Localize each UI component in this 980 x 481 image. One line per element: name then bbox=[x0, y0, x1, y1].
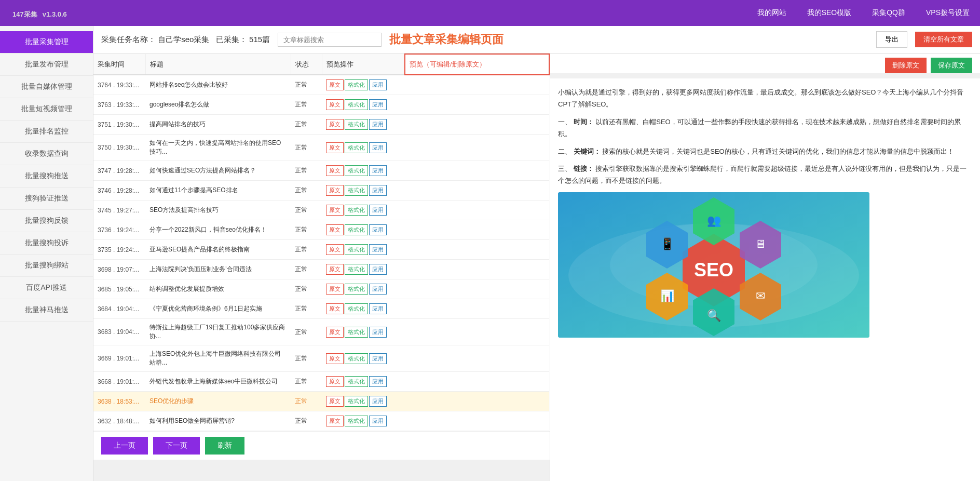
prev-page-button[interactable]: 上一页 bbox=[101, 437, 148, 455]
page-heading: 批量文章采集编辑页面 bbox=[389, 32, 503, 47]
btn-yuanwen-7[interactable]: 原文 bbox=[326, 224, 344, 235]
nav-my-site[interactable]: 我的网站 bbox=[757, 8, 786, 18]
cell-time: 3684 . 19:04:... bbox=[93, 299, 145, 319]
table-row: 3698 . 19:07:... 上海法院判决'负面压制业务'合同违法 正常 原… bbox=[93, 260, 549, 279]
sidebar-item-rank-monitor[interactable]: 批量排名监控 bbox=[0, 121, 93, 143]
top-nav-links: 我的网站 我的SEO模版 采集QQ群 VPS拨号设置 bbox=[757, 8, 970, 18]
btn-yuanwen-0[interactable]: 原文 bbox=[326, 79, 344, 90]
cell-time: 3736 . 19:24:... bbox=[93, 220, 145, 240]
btn-yuanwen-2[interactable]: 原文 bbox=[326, 119, 344, 130]
btn-yingyong-5[interactable]: 应用 bbox=[369, 185, 387, 196]
cell-title: 特斯拉上海超级工厂19日复工推动100多家供应商协... bbox=[145, 319, 291, 345]
sidebar-item-shenma-push[interactable]: 批量神马推送 bbox=[0, 299, 93, 322]
cell-preview bbox=[405, 240, 549, 260]
cell-actions: 原文 格式化 应用 bbox=[322, 319, 405, 345]
btn-geshihua-10[interactable]: 格式化 bbox=[345, 284, 368, 295]
btn-geshihua-14[interactable]: 格式化 bbox=[345, 376, 368, 387]
btn-yuanwen-11[interactable]: 原文 bbox=[326, 303, 344, 314]
btn-yingyong-12[interactable]: 应用 bbox=[369, 327, 387, 338]
btn-yingyong-1[interactable]: 应用 bbox=[369, 99, 387, 110]
sidebar-item-sogou-bind[interactable]: 批量搜狗绑站 bbox=[0, 255, 93, 277]
btn-geshihua-16[interactable]: 格式化 bbox=[345, 416, 368, 426]
cell-preview bbox=[405, 135, 549, 161]
btn-geshihua-0[interactable]: 格式化 bbox=[345, 79, 368, 90]
sidebar-item-baidu-api[interactable]: 百度API推送 bbox=[0, 277, 93, 299]
table-row: 3746 . 19:28:... 如何通过11个步骤提高SEO排名 正常 原文 … bbox=[93, 181, 549, 201]
export-button[interactable]: 导出 bbox=[876, 31, 907, 48]
btn-yuanwen-15[interactable]: 原文 bbox=[326, 396, 344, 407]
btn-yuanwen-8[interactable]: 原文 bbox=[326, 244, 344, 255]
cell-title: 如何通过11个步骤提高SEO排名 bbox=[145, 181, 291, 201]
btn-yuanwen-14[interactable]: 原文 bbox=[326, 376, 344, 387]
cell-preview bbox=[405, 260, 549, 279]
btn-geshihua-1[interactable]: 格式化 bbox=[345, 99, 368, 110]
cell-actions: 原文 格式化 应用 bbox=[322, 220, 405, 240]
btn-yuanwen-6[interactable]: 原文 bbox=[326, 205, 344, 216]
col-header-status: 状态 bbox=[291, 54, 322, 75]
cell-title: 网站排名seo怎么做会比较好 bbox=[145, 75, 291, 95]
cell-time: 3668 . 19:01:... bbox=[93, 372, 145, 392]
nav-qq-group[interactable]: 采集QQ群 bbox=[872, 8, 905, 18]
btn-yingyong-15[interactable]: 应用 bbox=[369, 396, 387, 407]
table-row: 3638 . 18:53:... SEO优化的步骤 正常 原文 格式化 应用 bbox=[93, 392, 549, 411]
sidebar-item-sogou-feedback[interactable]: 批量搜狗反馈 bbox=[0, 210, 93, 232]
btn-yingyong-4[interactable]: 应用 bbox=[369, 165, 387, 176]
sidebar-item-collect[interactable]: 批量采集管理 bbox=[0, 31, 93, 54]
btn-yuanwen-9[interactable]: 原文 bbox=[326, 264, 344, 275]
sidebar-item-sogou-push[interactable]: 批量搜狗推送 bbox=[0, 165, 93, 188]
btn-yuanwen-16[interactable]: 原文 bbox=[326, 416, 344, 426]
btn-yingyong-9[interactable]: 应用 bbox=[369, 264, 387, 275]
cell-status: 正常 bbox=[291, 75, 322, 95]
btn-yuanwen-12[interactable]: 原文 bbox=[326, 327, 344, 338]
cell-title: 亚马逊SEO提高产品排名的终极指南 bbox=[145, 240, 291, 260]
sidebar-item-publish[interactable]: 批量发布管理 bbox=[0, 54, 93, 76]
delete-original-button[interactable]: 删除原文 bbox=[885, 58, 927, 73]
btn-yingyong-6[interactable]: 应用 bbox=[369, 205, 387, 216]
sidebar-item-sogou-verify[interactable]: 搜狗验证推送 bbox=[0, 188, 93, 210]
btn-geshihua-9[interactable]: 格式化 bbox=[345, 264, 368, 275]
btn-geshihua-15[interactable]: 格式化 bbox=[345, 396, 368, 407]
nav-vps[interactable]: VPS拨号设置 bbox=[926, 8, 970, 18]
cell-actions: 原文 格式化 应用 bbox=[322, 411, 405, 431]
btn-yingyong-7[interactable]: 应用 bbox=[369, 224, 387, 235]
cell-preview bbox=[405, 299, 549, 319]
cell-preview bbox=[405, 411, 549, 431]
btn-yingyong-13[interactable]: 应用 bbox=[369, 353, 387, 364]
sidebar-item-indexed-query[interactable]: 收录数据查询 bbox=[0, 143, 93, 165]
btn-yuanwen-1[interactable]: 原文 bbox=[326, 99, 344, 110]
btn-yingyong-16[interactable]: 应用 bbox=[369, 416, 387, 426]
sidebar-item-sogou-complaint[interactable]: 批量搜狗投诉 bbox=[0, 232, 93, 255]
content-header: 采集任务名称： 自己学seo采集 已采集： 515篇 批量文章采集编辑页面 导出… bbox=[93, 26, 980, 54]
refresh-button[interactable]: 刷新 bbox=[205, 437, 244, 455]
btn-geshihua-5[interactable]: 格式化 bbox=[345, 185, 368, 196]
nav-my-seo[interactable]: 我的SEO模版 bbox=[807, 8, 852, 18]
btn-yuanwen-4[interactable]: 原文 bbox=[326, 165, 344, 176]
btn-yingyong-14[interactable]: 应用 bbox=[369, 376, 387, 387]
btn-yingyong-0[interactable]: 应用 bbox=[369, 79, 387, 90]
btn-yuanwen-13[interactable]: 原文 bbox=[326, 353, 344, 364]
btn-geshihua-2[interactable]: 格式化 bbox=[345, 119, 368, 130]
btn-geshihua-8[interactable]: 格式化 bbox=[345, 244, 368, 255]
search-input[interactable] bbox=[278, 33, 382, 47]
btn-yingyong-3[interactable]: 应用 bbox=[369, 142, 387, 153]
next-page-button[interactable]: 下一页 bbox=[153, 437, 200, 455]
btn-yuanwen-3[interactable]: 原文 bbox=[326, 142, 344, 153]
btn-yingyong-2[interactable]: 应用 bbox=[369, 119, 387, 130]
btn-geshihua-4[interactable]: 格式化 bbox=[345, 165, 368, 176]
sidebar-item-shortvideo[interactable]: 批量短视频管理 bbox=[0, 98, 93, 121]
cell-title: 如何利用SEO做全网霸屏营销? bbox=[145, 411, 291, 431]
btn-geshihua-6[interactable]: 格式化 bbox=[345, 205, 368, 216]
sidebar-item-selfmedia[interactable]: 批量自媒体管理 bbox=[0, 76, 93, 98]
btn-yingyong-11[interactable]: 应用 bbox=[369, 303, 387, 314]
btn-geshihua-13[interactable]: 格式化 bbox=[345, 353, 368, 364]
btn-geshihua-12[interactable]: 格式化 bbox=[345, 327, 368, 338]
btn-yingyong-8[interactable]: 应用 bbox=[369, 244, 387, 255]
btn-yuanwen-5[interactable]: 原文 bbox=[326, 185, 344, 196]
btn-geshihua-7[interactable]: 格式化 bbox=[345, 224, 368, 235]
clear-all-button[interactable]: 清空所有文章 bbox=[915, 32, 972, 47]
btn-geshihua-3[interactable]: 格式化 bbox=[345, 142, 368, 153]
btn-yingyong-10[interactable]: 应用 bbox=[369, 284, 387, 295]
btn-geshihua-11[interactable]: 格式化 bbox=[345, 303, 368, 314]
save-original-button[interactable]: 保存原文 bbox=[931, 58, 972, 73]
btn-yuanwen-10[interactable]: 原文 bbox=[326, 284, 344, 295]
